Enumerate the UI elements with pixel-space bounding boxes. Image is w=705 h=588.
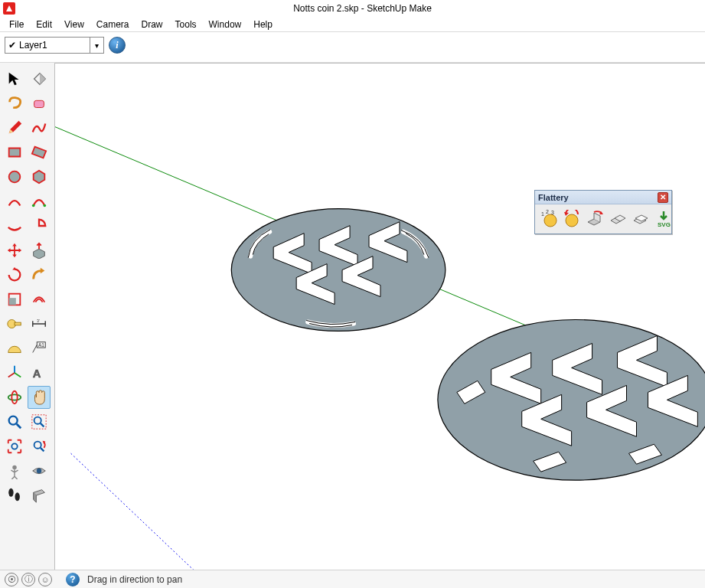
tool-eraser[interactable] [28,92,51,115]
tool-previous-view[interactable] [28,435,51,458]
tool-push-pull[interactable] [28,239,51,262]
tool-pan[interactable] [28,386,51,409]
tool-zoom[interactable] [3,410,26,433]
tool-two-point-arc[interactable] [28,190,51,213]
layer-select-label: Layer1 [19,40,90,51]
tool-rotate[interactable] [3,263,26,286]
svg-text:3': 3' [37,319,40,323]
window-title: Notts coin 2.skp - SketchUp Make [20,3,705,14]
tool-select[interactable] [3,67,26,90]
tool-text[interactable]: A1 [28,337,51,360]
tool-pie[interactable] [28,214,51,237]
tool-pencil[interactable] [3,116,26,139]
menu-help[interactable]: Help [247,18,279,31]
tool-lasso[interactable] [3,92,26,115]
viewport[interactable] [55,63,705,570]
svg-point-1 [9,172,21,183]
flattery-copy-button[interactable] [632,209,650,229]
svg-point-25 [231,209,446,332]
chevron-down-icon[interactable]: ▾ [90,38,103,53]
menu-window[interactable]: Window [203,18,248,31]
flattery-group-button[interactable] [609,209,627,229]
tool-dimension[interactable]: 3' [28,312,51,335]
layer-toolbar: ✔ Layer1 ▾ i [0,32,705,63]
svg-rect-7 [15,322,21,325]
svg-text:1: 1 [541,211,544,217]
menu-draw[interactable]: Draw [135,18,169,31]
tool-move[interactable] [3,239,26,262]
scene-svg [55,64,705,570]
layer-select[interactable]: ✔ Layer1 ▾ [5,37,104,54]
tool-paint-bucket[interactable] [28,67,51,90]
svg-point-22 [15,492,19,501]
status-geolocation-icon[interactable]: ⦿ [5,573,18,586]
tool-protractor[interactable] [3,337,26,360]
tool-rotated-rectangle[interactable] [28,141,51,164]
tool-three-point-arc[interactable] [3,214,26,237]
tool-arc[interactable] [3,190,26,213]
menu-camera[interactable]: Camera [90,18,135,31]
tool-axes[interactable] [3,361,26,384]
svg-text:2: 2 [546,210,549,214]
flattery-titlebar[interactable]: Flattery ✕ [535,191,671,204]
svg-point-21 [8,488,13,497]
svg-point-18 [34,442,41,449]
menu-file[interactable]: File [3,18,30,31]
tool-walk[interactable] [3,484,26,507]
svg-text:A: A [33,368,41,380]
tool-look-around[interactable] [28,459,51,482]
svg-point-12 [8,394,21,400]
svg-point-13 [11,391,17,404]
menu-view[interactable]: View [58,18,90,31]
flattery-title-label: Flattery [538,193,569,202]
app-icon [3,2,15,15]
svg-point-19 [12,466,17,470]
svg-point-31 [566,214,578,227]
flattery-export-svg-button[interactable]: SVG [654,209,673,229]
flattery-body: 123 SVG [535,204,671,234]
tool-polygon[interactable] [28,165,51,188]
svg-point-14 [9,416,18,425]
svg-point-16 [34,417,41,424]
svg-rect-5 [9,298,16,305]
tool-orbit[interactable] [3,386,26,409]
tool-rectangle[interactable] [3,141,26,164]
menubar: File Edit View Camera Draw Tools Window … [0,17,705,32]
flattery-reindex-faces-button[interactable] [563,209,581,229]
flattery-unfold-button[interactable] [586,209,604,229]
svg-point-17 [11,443,17,449]
svg-point-20 [37,469,41,473]
tool-tape[interactable] [3,312,26,335]
svg-label-text: SVG [658,221,671,228]
status-credits-icon[interactable]: ⓘ [21,573,35,586]
tool-3d-text[interactable]: A [28,361,51,384]
tool-offset[interactable] [28,288,51,311]
flattery-index-faces-button[interactable]: 123 [540,209,558,229]
tool-zoom-extents[interactable] [3,435,26,458]
tool-circle[interactable] [3,165,26,188]
help-icon[interactable]: ? [66,573,80,586]
statusbar: ⦿ ⓘ ☺ ? Drag in direction to pan [0,570,705,588]
tool-freehand[interactable] [28,116,51,139]
tool-follow-me[interactable] [28,263,51,286]
svg-text:3: 3 [551,210,554,215]
tool-section-plane[interactable] [28,484,51,507]
svg-line-24 [71,453,224,570]
statusbar-text: Drag in direction to pan [87,574,182,585]
svg-point-2 [32,204,35,207]
flattery-toolbar[interactable]: Flattery ✕ 123 SVG [534,190,672,234]
toolbox: 3' A1 A [0,63,55,570]
svg-rect-0 [34,100,44,107]
titlebar: Notts coin 2.skp - SketchUp Make [0,0,705,17]
tool-scale[interactable] [3,288,26,311]
tool-zoom-window[interactable] [28,410,51,433]
svg-point-3 [44,204,47,207]
menu-edit[interactable]: Edit [30,18,58,31]
status-user-icon[interactable]: ☺ [38,573,52,586]
svg-text:A1: A1 [38,342,44,348]
menu-tools[interactable]: Tools [169,18,203,31]
info-icon[interactable]: i [109,37,126,54]
layer-visible-icon: ✔ [8,40,16,51]
close-icon[interactable]: ✕ [658,192,668,203]
tool-position-camera[interactable] [3,459,26,482]
